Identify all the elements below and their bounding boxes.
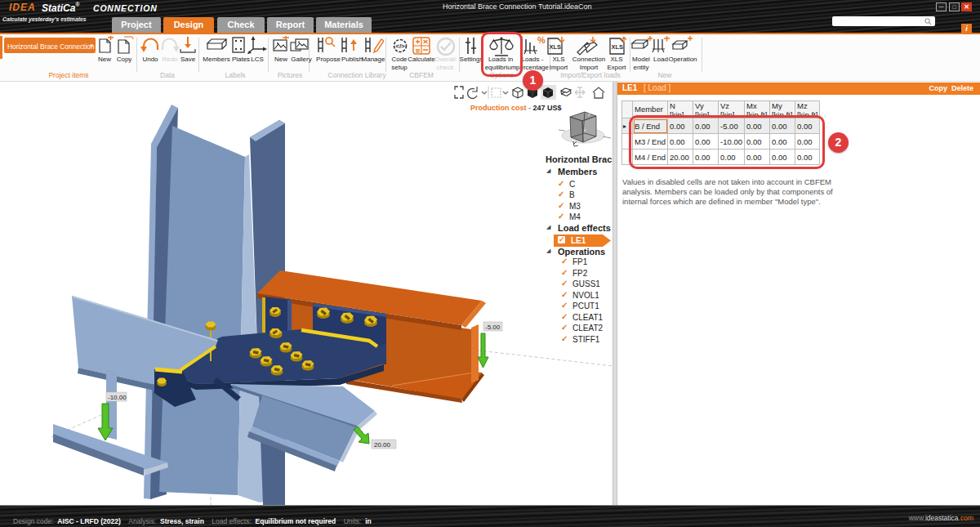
svg-text:XLS: XLS — [550, 43, 562, 51]
svg-text:</>: </> — [395, 42, 405, 50]
svg-text:-10.00: -10.00 — [108, 394, 127, 401]
svg-text:-5.00: -5.00 — [485, 324, 501, 331]
svg-text:XLS: XLS — [612, 43, 624, 51]
svg-text:%: % — [537, 36, 546, 45]
svg-text:20.00: 20.00 — [374, 441, 391, 449]
